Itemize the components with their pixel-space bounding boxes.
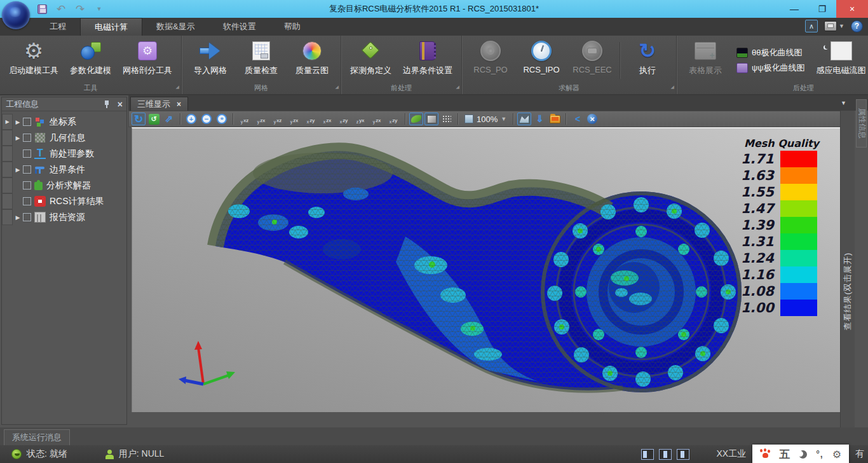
tab-list-dropdown-icon[interactable]: ▼ bbox=[841, 100, 846, 106]
group-launcher-icon[interactable]: ◢ bbox=[176, 82, 179, 92]
tree-item-preprocess-params[interactable]: T 前处理参数 bbox=[2, 146, 126, 162]
group-launcher-icon[interactable]: ◢ bbox=[336, 82, 339, 92]
group-launcher-icon[interactable]: ◢ bbox=[671, 82, 674, 92]
probe-angle-define-button[interactable]: 探测角定义 bbox=[345, 38, 397, 83]
boundary-condition-settings-button[interactable]: 边界条件设置 bbox=[398, 38, 458, 83]
menu-tab-project[interactable]: 工程 bbox=[36, 18, 80, 36]
view-button-7[interactable]: xzy bbox=[336, 113, 351, 125]
legend-swatch bbox=[780, 217, 817, 233]
checkbox[interactable] bbox=[23, 165, 31, 174]
tree-item-geometry-info[interactable]: ▶ 几何信息 bbox=[2, 130, 126, 146]
tree-item-analysis-solver[interactable]: 分析求解器 bbox=[2, 177, 126, 193]
ime-paw-icon[interactable] bbox=[760, 449, 770, 459]
checkbox[interactable] bbox=[23, 181, 31, 190]
undo-button[interactable]: ↶ bbox=[55, 3, 67, 15]
points-render-button[interactable] bbox=[440, 113, 454, 125]
layout-center-icon[interactable] bbox=[659, 449, 672, 460]
induced-em-current-map-button[interactable]: 感应电磁流图 bbox=[811, 38, 868, 83]
zoom-fit-button[interactable]: ∘ bbox=[215, 113, 229, 125]
psi-polarization-curve-button[interactable]: ψψ极化曲线图 bbox=[736, 62, 805, 74]
orbit-rotate-button[interactable]: ↻ bbox=[132, 113, 146, 125]
undo-icon: ↶ bbox=[57, 4, 65, 15]
moon-icon[interactable] bbox=[799, 450, 807, 459]
3d-viewport-canvas[interactable]: Mesh Quality 1.71 1.63 1.55 1.47 1.39 1.… bbox=[132, 127, 840, 412]
view-button-9[interactable]: yzx bbox=[369, 113, 384, 125]
tree-item-boundary-conditions[interactable]: ▶ 边界条件 bbox=[2, 162, 126, 177]
zoom-level-select[interactable]: 100% ▼ bbox=[462, 114, 509, 124]
view-button-10[interactable]: xzy bbox=[386, 113, 401, 125]
share-view-button[interactable]: < bbox=[570, 113, 584, 125]
pan-resize-button[interactable]: ⇗ bbox=[162, 113, 176, 125]
tree-item-coordinate-system[interactable]: ▶ ▶ 坐标系 bbox=[2, 114, 126, 130]
expand-icon[interactable]: ▶ bbox=[13, 119, 23, 125]
close-button[interactable]: × bbox=[836, 0, 868, 18]
view-button-1[interactable]: yxz bbox=[237, 113, 252, 125]
launch-modeling-tool-button[interactable]: ⚙ 启动建模工具 bbox=[4, 38, 64, 83]
checkbox[interactable] bbox=[23, 213, 31, 221]
view-button-5[interactable]: xzy bbox=[303, 113, 318, 125]
mesh-partition-tool-button[interactable]: ⚙ 网格剖分工具 bbox=[118, 38, 177, 83]
close-icon[interactable]: × bbox=[118, 100, 123, 109]
flat-render-button[interactable] bbox=[424, 113, 438, 125]
layout-right-icon[interactable] bbox=[677, 449, 689, 460]
minimize-button[interactable]: — bbox=[780, 0, 808, 18]
close-tab-icon[interactable]: × bbox=[177, 100, 181, 109]
display-style-button[interactable]: ▼ bbox=[824, 21, 844, 31]
view-button-6[interactable]: xzx bbox=[320, 113, 335, 125]
checkbox[interactable] bbox=[23, 118, 31, 126]
checkbox[interactable] bbox=[23, 134, 31, 142]
qat-customize-button[interactable]: ▼ bbox=[93, 3, 105, 15]
view-button-3[interactable]: yxz bbox=[270, 113, 285, 125]
ime-punctuation[interactable]: °, bbox=[816, 449, 824, 459]
download-view-button[interactable]: ⇓ bbox=[532, 113, 546, 125]
collapse-ribbon-icon[interactable]: ∧ bbox=[805, 20, 818, 32]
shaded-render-button[interactable] bbox=[409, 113, 423, 125]
group-launcher-icon[interactable]: ◢ bbox=[456, 82, 459, 92]
quality-contour-button[interactable]: 质量云图 bbox=[287, 38, 337, 83]
share-icon: < bbox=[575, 114, 579, 124]
redo-button[interactable]: ↷ bbox=[74, 3, 86, 15]
restore-button[interactable]: ❐ bbox=[808, 0, 836, 18]
menu-tab-em-compute[interactable]: 电磁计算 bbox=[80, 18, 142, 36]
quality-check-button[interactable]: 质量检查 bbox=[236, 38, 286, 83]
help-icon[interactable]: ? bbox=[851, 20, 863, 32]
pin-icon[interactable] bbox=[104, 100, 110, 109]
menu-tab-data-display[interactable]: 数据&显示 bbox=[142, 18, 209, 36]
view-button-2[interactable]: yzx bbox=[254, 113, 269, 125]
tab-3d-display[interactable]: 三维显示 × bbox=[130, 97, 188, 111]
fit-selection-button[interactable] bbox=[517, 113, 531, 125]
checkbox[interactable] bbox=[23, 197, 31, 205]
rcs-ipo-button[interactable]: RCS_IPO bbox=[517, 38, 566, 83]
capture-folder-button[interactable] bbox=[548, 113, 562, 125]
expand-icon[interactable]: ▶ bbox=[13, 214, 23, 221]
zoom-in-button[interactable]: + bbox=[184, 113, 198, 125]
ime-popup-bar[interactable]: 五 °, ⚙ bbox=[752, 445, 849, 463]
clock-icon bbox=[531, 41, 552, 61]
layout-left-icon[interactable] bbox=[641, 449, 654, 460]
tree-item-report-resources[interactable]: ▶ 报告资源 bbox=[2, 209, 126, 225]
close-view-button[interactable]: ✕ bbox=[585, 113, 599, 125]
execute-button[interactable]: ↻ 执行 bbox=[623, 38, 672, 83]
tree-item-rcs-results[interactable]: RCS计算结果 bbox=[2, 193, 126, 209]
gear-icon[interactable]: ⚙ bbox=[832, 448, 841, 460]
ribbon-group-label: 后处理◢ bbox=[677, 83, 868, 94]
row-expander-icon[interactable]: ▶ bbox=[2, 114, 13, 130]
ime-mode-char[interactable]: 五 bbox=[779, 447, 790, 462]
parametric-modeling-button[interactable]: 参数化建模 bbox=[65, 38, 116, 83]
menu-tab-settings[interactable]: 软件设置 bbox=[209, 18, 270, 36]
expand-icon[interactable]: ▶ bbox=[13, 135, 23, 141]
checkbox[interactable] bbox=[23, 149, 31, 158]
properties-side-tab[interactable]: 属性信息 bbox=[856, 99, 867, 148]
import-mesh-button[interactable]: 导入网格 bbox=[186, 38, 235, 83]
expand-icon[interactable]: ▶ bbox=[13, 167, 23, 173]
refresh-view-button[interactable]: ↺ bbox=[147, 113, 161, 125]
view-button-4[interactable]: yzx bbox=[287, 113, 302, 125]
view-button-8[interactable]: zyx bbox=[353, 113, 368, 125]
results-side-strip[interactable]: 查看结果(双击展开) bbox=[840, 111, 855, 427]
zoom-out-button[interactable]: − bbox=[200, 113, 214, 125]
system-message-tab[interactable]: 系统运行消息 bbox=[4, 429, 70, 445]
menu-tab-help[interactable]: 帮助 bbox=[270, 18, 315, 36]
save-button[interactable] bbox=[36, 3, 48, 15]
app-logo-icon[interactable] bbox=[2, 1, 30, 29]
theta-polarization-curve-button[interactable]: θθ极化曲线图 bbox=[736, 47, 805, 59]
